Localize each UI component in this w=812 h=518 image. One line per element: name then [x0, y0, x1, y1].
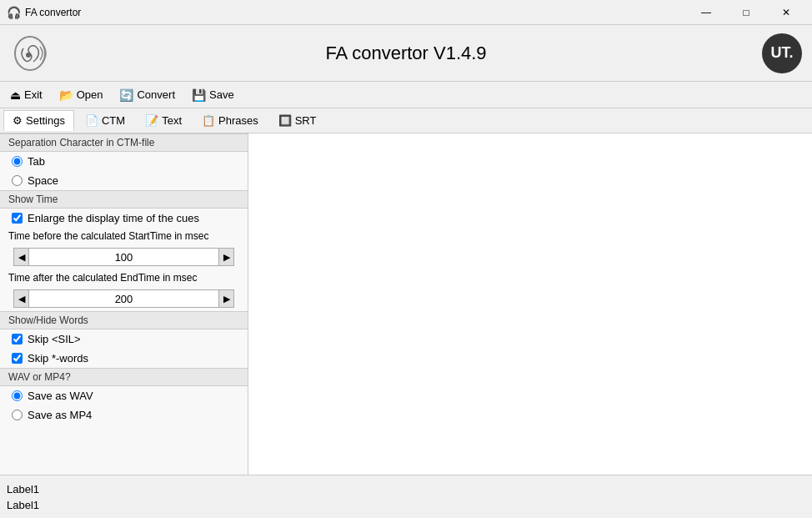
- phrases-icon: 📋: [202, 114, 215, 127]
- time-before-decrement[interactable]: ◀: [14, 249, 29, 265]
- separation-char-section: Separation Character in CTM-file: [0, 133, 248, 152]
- time-before-value: 100: [29, 251, 218, 264]
- app-avatar: UT.: [762, 33, 802, 73]
- time-after-decrement[interactable]: ◀: [14, 290, 29, 307]
- time-before-label: Time before the calculated StartTime in …: [0, 228, 248, 244]
- time-before-spinner: ◀ 100 ▶: [13, 248, 234, 266]
- open-icon: 📂: [59, 88, 73, 102]
- save-mp4-row: Save as MP4: [0, 405, 248, 425]
- time-after-spinner-row: ◀ 200 ▶: [0, 286, 248, 311]
- exit-button[interactable]: ⏏ Exit: [3, 86, 49, 104]
- save-icon: 💾: [192, 88, 206, 102]
- space-radio-label[interactable]: Space: [28, 174, 58, 187]
- maximize-button[interactable]: □: [727, 0, 765, 25]
- show-time-section: Show Time: [0, 190, 248, 209]
- skip-sil-row: Skip <SIL>: [0, 329, 248, 349]
- space-radio-row: Space: [0, 171, 248, 190]
- svg-point-1: [26, 53, 31, 58]
- save-button[interactable]: 💾 Save: [185, 86, 241, 104]
- enlarge-display-row: Enlarge the display time of the cues: [0, 209, 248, 228]
- title-bar: 🎧 FA convertor — □ ✕: [0, 0, 812, 25]
- app-logo: [10, 33, 50, 73]
- enlarge-display-label[interactable]: Enlarge the display time of the cues: [28, 212, 199, 224]
- text-icon: 📝: [145, 114, 158, 127]
- time-after-label: Time after the calculated EndTime in mse…: [0, 269, 248, 286]
- app-icon: 🎧: [7, 6, 21, 19]
- title-bar-controls: — □ ✕: [687, 0, 805, 25]
- right-panel: [248, 133, 812, 475]
- status-label1: Label1: [7, 481, 805, 497]
- main-content: Separation Character in CTM-file Tab Spa…: [0, 133, 812, 475]
- tab-bar: ⚙ Settings 📄 CTM 📝 Text 📋 Phrases 🔲 SRT: [0, 108, 812, 133]
- skip-sil-label[interactable]: Skip <SIL>: [28, 333, 81, 345]
- left-panel: Separation Character in CTM-file Tab Spa…: [0, 133, 248, 475]
- settings-icon: ⚙: [13, 114, 23, 127]
- convert-button[interactable]: 🔄 Convert: [113, 86, 182, 104]
- tab-radio-row: Tab: [0, 152, 248, 171]
- open-button[interactable]: 📂 Open: [53, 86, 110, 104]
- tab-ctm[interactable]: 📄 CTM: [76, 110, 134, 131]
- tab-phrases[interactable]: 📋 Phrases: [193, 110, 268, 131]
- ctm-icon: 📄: [85, 114, 98, 127]
- exit-icon: ⏏: [10, 88, 21, 102]
- time-after-increment[interactable]: ▶: [218, 290, 233, 307]
- convert-icon: 🔄: [119, 88, 133, 102]
- tab-radio-label[interactable]: Tab: [28, 155, 45, 168]
- app-title: FA convertor V1.4.9: [325, 43, 486, 64]
- tab-radio[interactable]: [12, 156, 23, 167]
- save-wav-label[interactable]: Save as WAV: [28, 390, 93, 402]
- app-header: FA convertor V1.4.9 UT.: [0, 25, 812, 82]
- tab-settings[interactable]: ⚙ Settings: [3, 110, 74, 131]
- title-bar-text: FA convertor: [25, 7, 687, 18]
- save-wav-row: Save as WAV: [0, 386, 248, 405]
- toolbar: ⏏ Exit 📂 Open 🔄 Convert 💾 Save: [0, 82, 812, 108]
- srt-icon: 🔲: [278, 114, 292, 127]
- skip-star-checkbox[interactable]: [12, 353, 23, 364]
- wav-mp4-section: WAV or MP4?: [0, 368, 248, 386]
- time-after-spinner: ◀ 200 ▶: [13, 289, 234, 308]
- tab-srt[interactable]: 🔲 SRT: [269, 110, 326, 131]
- minimize-button[interactable]: —: [687, 0, 725, 25]
- close-button[interactable]: ✕: [767, 0, 805, 25]
- save-wav-radio[interactable]: [12, 390, 23, 401]
- save-mp4-label[interactable]: Save as MP4: [28, 409, 92, 421]
- show-hide-words-section: Show/Hide Words: [0, 311, 248, 329]
- enlarge-display-checkbox[interactable]: [12, 213, 23, 224]
- save-mp4-radio[interactable]: [12, 410, 23, 420]
- skip-sil-checkbox[interactable]: [12, 334, 23, 344]
- tab-text[interactable]: 📝 Text: [136, 110, 191, 131]
- time-before-increment[interactable]: ▶: [218, 249, 233, 265]
- status-bar: Label1 Label1: [0, 475, 812, 518]
- space-radio[interactable]: [12, 175, 23, 186]
- time-after-value: 200: [29, 293, 218, 305]
- status-label2: Label1: [7, 497, 805, 513]
- time-before-spinner-row: ◀ 100 ▶: [0, 244, 248, 269]
- skip-star-row: Skip *-words: [0, 349, 248, 368]
- skip-star-label[interactable]: Skip *-words: [28, 352, 88, 365]
